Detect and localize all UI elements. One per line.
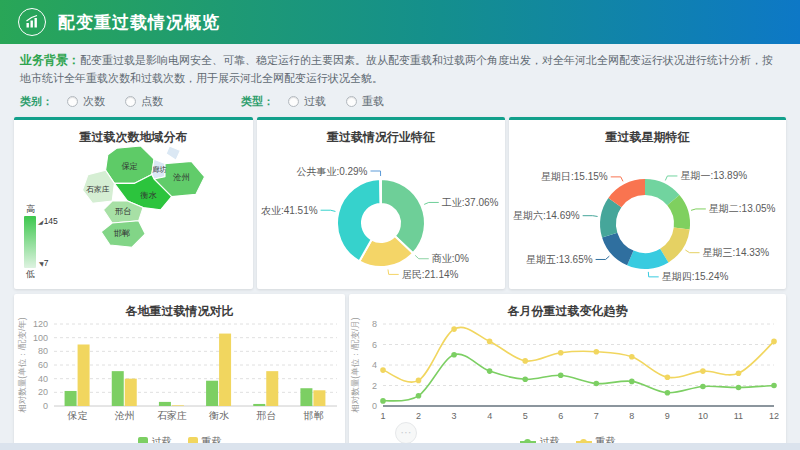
industry-donut-panel: 重过载情况行业特征 工业:37.06%商业:0%居民:21.14%农业:41.5… [257,117,505,289]
business-background-text: 配变重过载是影响电网安全、可靠、稳定运行的主要因素。故从配变重载和过载两个角度出… [20,54,773,84]
filter-group-category: 类别： 次数 点数 [20,94,183,109]
radio-label: 点数 [141,94,163,109]
svg-text:100: 100 [33,333,48,343]
map-label-handan: 邯郸 [114,229,131,239]
radio-option-guozai[interactable]: 过载 [288,94,326,109]
map-visual-legend[interactable]: 高 ◢145 ◥7 低 [24,203,58,281]
bottom-panel-row: 各地重过载情况对比 020406080100120保定沧州石家庄衡水邢台邯郸相对… [14,294,786,446]
week-donut-title: 重过载星期特征 [509,120,786,144]
svg-text:20: 20 [38,388,48,398]
svg-text:衡水: 衡水 [208,410,229,421]
svg-text:8: 8 [629,411,634,421]
bar-chart[interactable]: 020406080100120保定沧州石家庄衡水邢台邯郸相对数量(单位：/配变/… [14,318,345,430]
legend-gradient-bar[interactable] [24,216,36,268]
business-background: 业务背景：配变重过载是影响电网安全、可靠、稳定运行的主要因素。故从配变重载和过载… [20,51,780,87]
radio-option-zhongzai[interactable]: 重载 [346,94,384,109]
svg-text:9: 9 [665,411,670,421]
legend-max-value: ◢145 [38,216,58,226]
svg-text:星期四:15.24%: 星期四:15.24% [662,272,729,283]
top-panel-row: 重过载次数地域分布 保定 廊坊 [14,117,786,289]
radio-option-cishu[interactable]: 次数 [67,94,105,109]
chart-icon [18,8,46,36]
svg-text:5: 5 [523,411,528,421]
line-chart-title: 各月份重过载变化趋势 [349,294,786,318]
map-label-shijiazhuang: 石家庄 [86,186,109,195]
svg-text:保定: 保定 [67,410,88,421]
map-label-langfang: 廊坊 [152,166,166,175]
radio-icon[interactable] [125,96,136,107]
svg-text:相对数量(单位：/配变/月): 相对数量(单位：/配变/月) [350,318,360,413]
week-donut-chart[interactable]: 星期一:13.89%星期二:13.05%星期三:14.33%星期四:15.24%… [509,144,786,290]
svg-text:星期三:14.33%: 星期三:14.33% [703,248,770,259]
svg-text:10: 10 [698,411,708,421]
svg-text:星期日:15.15%: 星期日:15.15% [541,172,608,183]
svg-text:星期二:13.05%: 星期二:13.05% [709,204,776,215]
industry-donut-title: 重过载情况行业特征 [257,120,505,144]
radio-label: 过载 [304,94,326,109]
hebei-map[interactable]: 保定 廊坊 沧州 石家庄 衡水 邢台 邯郸 [66,146,242,282]
svg-text:3: 3 [452,411,457,421]
svg-text:1: 1 [380,411,385,421]
svg-text:商业:0%: 商业:0% [432,254,469,265]
bar-chart-panel: 各地重过载情况对比 020406080100120保定沧州石家庄衡水邢台邯郸相对… [14,294,345,446]
map-title: 重过载次数地域分布 [14,120,253,144]
map-label-baoding: 保定 [122,162,139,171]
map-label-hengshui: 衡水 [140,191,157,200]
header: 配变重过载情况概览 [0,0,800,44]
map-label-xingtai: 邢台 [115,208,132,217]
dashboard: 配变重过载情况概览 业务背景：配变重过载是影响电网安全、可靠、稳定运行的主要因素… [0,0,800,450]
week-donut-panel: 重过载星期特征 星期一:13.89%星期二:13.05%星期三:14.33%星期… [509,117,786,289]
svg-text:0: 0 [372,401,377,411]
radio-option-dianshu[interactable]: 点数 [125,94,163,109]
svg-text:12: 12 [769,411,779,421]
svg-text:星期五:13.65%: 星期五:13.65% [526,254,593,265]
svg-text:6: 6 [558,411,563,421]
svg-text:星期六:14.69%: 星期六:14.69% [513,211,580,222]
svg-text:40: 40 [38,374,48,384]
triangle-icon: ◢ [38,219,43,225]
svg-text:120: 120 [33,319,48,329]
filter-group-type: 类型： 过载 重载 [241,94,404,109]
svg-text:2: 2 [416,411,421,421]
radio-icon[interactable] [346,96,357,107]
svg-text:80: 80 [38,347,48,357]
radio-icon[interactable] [288,96,299,107]
svg-text:邢台: 邢台 [256,410,276,421]
svg-text:星期一:13.89%: 星期一:13.89% [680,171,747,182]
radio-icon[interactable] [67,96,78,107]
triangle-icon: ◥ [38,261,43,267]
industry-donut-chart[interactable]: 工业:37.06%商业:0%居民:21.14%农业:41.51%公共事业:0.2… [257,144,505,290]
svg-text:沧州: 沧州 [114,410,135,421]
svg-text:相对数量(单位：/配变/年): 相对数量(单位：/配变/年) [17,318,27,413]
svg-text:8: 8 [372,319,377,329]
svg-text:7: 7 [594,411,599,421]
map-region-langfang-enclave [166,146,180,160]
svg-text:11: 11 [734,411,743,421]
filter-type-label: 类型： [241,94,274,109]
svg-text:农业:41.51%: 农业:41.51% [261,205,318,216]
business-background-label: 业务背景： [20,53,80,67]
svg-text:6: 6 [372,340,377,350]
radio-label: 重载 [362,94,384,109]
filter-category-label: 类别： [20,94,53,109]
svg-text:邯郸: 邯郸 [302,410,323,421]
svg-text:工业:37.06%: 工业:37.06% [442,197,499,208]
svg-text:石家庄: 石家庄 [157,410,187,421]
filter-bar: 类别： 次数 点数 类型： 过载 重载 [20,92,780,110]
svg-text:0: 0 [43,401,48,411]
svg-text:4: 4 [372,360,377,370]
svg-text:60: 60 [38,360,48,370]
svg-text:居民:21.14%: 居民:21.14% [402,269,459,280]
page-title: 配变重过载情况概览 [58,11,220,34]
svg-text:公共事业:0.29%: 公共事业:0.29% [296,166,367,177]
bar-chart-title: 各地重过载情况对比 [14,294,345,318]
svg-text:2: 2 [372,381,377,391]
legend-min-value: ◥7 [38,258,58,268]
radio-label: 次数 [83,94,105,109]
map-label-cangzhou: 沧州 [172,173,190,182]
line-chart[interactable]: 02468123456789101112相对数量(单位：/配变/月) [349,318,786,430]
line-chart-panel: 各月份重过载变化趋势 02468123456789101112相对数量(单位：/… [349,294,786,446]
map-panel: 重过载次数地域分布 保定 廊坊 [14,117,253,289]
legend-high-label: 高 [26,203,58,216]
legend-low-label: 低 [26,268,58,281]
